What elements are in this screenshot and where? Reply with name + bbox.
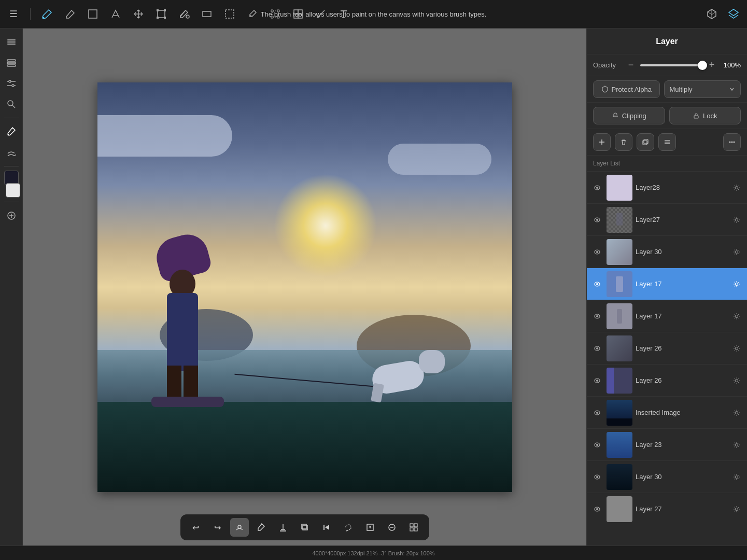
opacity-thumb[interactable] (698, 61, 707, 70)
sidebar-menu-icon[interactable] (2, 33, 21, 51)
svg-point-75 (596, 380, 598, 382)
canvas-image[interactable] (97, 82, 512, 492)
layer-settings-layer28[interactable] (730, 181, 743, 194)
layer-settings-layer27[interactable] (730, 214, 743, 226)
dog-legs (371, 383, 384, 402)
sidebar-add-color-icon[interactable] (2, 206, 21, 225)
layer-settings-inserted-image[interactable] (730, 407, 743, 419)
brush-tool[interactable] (39, 6, 55, 22)
layer-visibility-layer23[interactable] (591, 439, 603, 451)
status-bar: 4000*4000px 132dpi 21% -3° Brush: 20px 1… (0, 545, 747, 560)
undo-button[interactable]: ↩ (187, 518, 205, 537)
sidebar-smudge-icon[interactable] (2, 143, 21, 162)
move-tool[interactable] (130, 6, 147, 22)
layer-visibility-layer27-3[interactable] (591, 503, 603, 515)
paint-button[interactable] (252, 518, 271, 537)
layer-item-layer17-2[interactable]: Layer 17 (587, 300, 747, 332)
svg-point-25 (9, 80, 11, 82)
blend-mode-button[interactable]: Multiply (664, 80, 741, 98)
layer-settings-layer26-2[interactable] (730, 374, 743, 387)
sidebar-brush-icon[interactable] (2, 122, 21, 141)
svg-rect-7 (164, 17, 166, 19)
lasso-select-button[interactable] (339, 518, 358, 537)
more-options-button[interactable] (723, 133, 741, 151)
grid-button[interactable] (404, 518, 423, 537)
reference-tool[interactable] (290, 6, 306, 22)
opacity-minus-button[interactable]: − (626, 60, 636, 71)
fill-tool[interactable] (176, 6, 192, 22)
layer-item-layer28[interactable]: Layer28 (587, 172, 747, 204)
layer-settings-layer17-active[interactable] (730, 278, 743, 290)
layer-visibility-layer17-2[interactable] (591, 310, 603, 323)
skip-back-button[interactable] (317, 518, 336, 537)
layers-icon[interactable] (725, 6, 742, 22)
opacity-plus-button[interactable]: + (707, 60, 717, 71)
layer-visibility-inserted-image[interactable] (591, 407, 603, 419)
layer-visibility-layer27[interactable] (591, 214, 603, 226)
clipping-button[interactable]: Clipping (593, 107, 665, 124)
layer-settings-layer27-3[interactable] (730, 503, 743, 515)
protect-alpha-button[interactable]: Protect Alpha (593, 80, 660, 98)
duplicate-layer-button[interactable] (637, 133, 654, 151)
layer-item-layer30-1[interactable]: Layer 30 (587, 236, 747, 268)
sidebar-layers-icon[interactable] (2, 53, 21, 72)
layer-visibility-layer26-1[interactable] (591, 342, 603, 355)
layer-item-inserted-image[interactable]: Inserted Image (587, 397, 747, 429)
canvas-area[interactable]: ↩ ↪ (23, 29, 586, 545)
svg-point-72 (596, 347, 598, 349)
add-layer-button[interactable] (593, 133, 611, 151)
opacity-track (640, 64, 702, 66)
svg-rect-3 (158, 10, 165, 18)
layer-visibility-layer28[interactable] (591, 181, 603, 194)
layer-name-layer17-2: Layer 17 (636, 312, 727, 320)
eraser-tool[interactable] (62, 6, 78, 22)
marquee-tool[interactable] (221, 6, 238, 22)
menu-icon[interactable]: ☰ (5, 6, 22, 22)
snip-tool[interactable] (313, 6, 329, 22)
text-tool[interactable] (335, 6, 352, 22)
lock-button[interactable]: Lock (669, 107, 741, 124)
lock-label: Lock (703, 112, 717, 120)
layer-visibility-layer17-active[interactable] (591, 278, 603, 290)
selection-rect-tool[interactable] (84, 6, 101, 22)
shape-tool[interactable] (199, 6, 215, 22)
layer-item-layer30-2[interactable]: Layer 30 (587, 461, 747, 493)
3d-icon[interactable] (703, 6, 720, 22)
layer-list[interactable]: Layer28 L (587, 172, 747, 545)
layer-visibility-layer30-1[interactable] (591, 246, 603, 258)
layer-list-view-button[interactable] (658, 133, 676, 151)
transform-tool[interactable] (153, 6, 170, 22)
layer-thumb-layer23 (607, 432, 632, 458)
layer-item-layer27-3[interactable]: Layer 27 (587, 493, 747, 525)
layer-item-layer26-2[interactable]: Layer 26 (587, 365, 747, 397)
layer-settings-layer30-2[interactable] (730, 471, 743, 483)
adjustments-button[interactable] (383, 518, 401, 537)
layer-thumb-layer17-active (607, 271, 632, 297)
layer-settings-layer17-2[interactable] (730, 310, 743, 323)
layer-item-layer17-active[interactable]: Layer 17 (587, 268, 747, 300)
delete-layer-button[interactable] (615, 133, 632, 151)
freehand-tool[interactable] (107, 6, 124, 22)
layer-settings-layer30-1[interactable] (730, 246, 743, 258)
layer-settings-layer23[interactable] (730, 439, 743, 451)
sidebar-adjustments-icon[interactable] (2, 74, 21, 93)
layer-item-layer23[interactable]: Layer 23 (587, 429, 747, 461)
layer-settings-layer26-1[interactable] (730, 342, 743, 355)
eyedropper-tool[interactable] (244, 6, 261, 22)
warp-tool[interactable] (267, 6, 284, 22)
svg-point-87 (596, 508, 598, 510)
layer-item-layer27[interactable]: Layer27 (587, 204, 747, 236)
svg-rect-12 (294, 10, 298, 14)
redo-button[interactable]: ↪ (208, 518, 227, 537)
background-color[interactable] (6, 183, 20, 198)
copy-button[interactable] (295, 518, 314, 537)
sidebar-search-icon[interactable] (2, 95, 21, 114)
export-button[interactable] (361, 518, 379, 537)
smudge-button[interactable] (230, 518, 249, 537)
fill-button[interactable] (274, 518, 292, 537)
layer-item-layer26-1[interactable]: Layer 26 (587, 332, 747, 365)
layer-visibility-layer30-2[interactable] (591, 471, 603, 483)
svg-point-64 (736, 250, 738, 253)
layer-visibility-layer26-2[interactable] (591, 374, 603, 387)
opacity-slider[interactable] (640, 60, 702, 71)
